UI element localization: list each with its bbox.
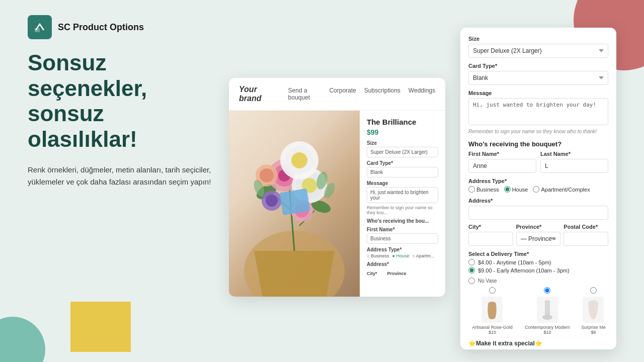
message-label: Message: [468, 90, 608, 96]
logo-icon: [28, 15, 52, 39]
sub-text: Renk örnekleri, düğmeler, metin alanları…: [28, 164, 219, 188]
last-name-input[interactable]: [540, 159, 608, 173]
city-col: City*: [468, 224, 513, 246]
no-vase-label: No Vase: [478, 278, 497, 284]
city-province-row: City* Province: [367, 268, 438, 276]
card-type-label-card: Card Type*: [367, 160, 438, 166]
nav-item-subscriptions: Subscriptions: [364, 87, 400, 101]
message-textarea[interactable]: Hi, just wanted to brighten your day!: [468, 98, 608, 125]
radio-business-input[interactable]: [468, 186, 475, 193]
delivery-option-1: $4.00 - Anytime (10am - 5pm): [468, 259, 608, 265]
address-type-label-card: Address Type*: [367, 247, 438, 252]
extra-title: ⭐Make it extra special⭐: [468, 340, 608, 347]
city-label-card: City*: [367, 271, 377, 276]
product-title: The Brilliance: [367, 118, 438, 126]
no-vase-radio[interactable]: [468, 278, 475, 284]
size-select[interactable]: Super Deluxe (2X Larger): [468, 44, 608, 58]
product-card: Your brand Send a bouquet Corporate Subs…: [229, 78, 445, 297]
postal-label: Postal Code*: [564, 224, 608, 230]
vase-img-1: [481, 297, 503, 323]
vase-item-1: Artisanal Rose-Gold $15: [468, 287, 516, 335]
card-type-select[interactable]: Blank: [468, 71, 608, 85]
postal-input[interactable]: [564, 232, 608, 246]
product-nav: Your brand Send a bouquet Corporate Subs…: [229, 78, 445, 111]
header: SC Product Options: [28, 15, 144, 39]
address-row: City* Province* — Province — Postal Code…: [468, 224, 608, 246]
city-input[interactable]: [468, 232, 513, 246]
delivery-label-1: $4.00 - Anytime (10am - 5pm): [478, 259, 551, 265]
delivery-label-2: $9.00 - Early Afternoon (10am - 3pm): [478, 267, 570, 274]
svg-point-24: [260, 168, 274, 183]
product-info: The Brilliance $99 Size Super Deluxe (2X…: [360, 111, 445, 297]
product-image-area: [229, 111, 360, 297]
hint-card: Remember to sign your name so they kno..…: [367, 205, 438, 215]
receiving-label-card: Who's receiving the bou...: [367, 218, 438, 224]
receiving-title: Who's receiving the bouquet?: [468, 140, 608, 148]
province-col: Province* — Province —: [516, 224, 561, 246]
first-name-value-card: Business: [367, 233, 438, 244]
size-value-card: Super Deluxe (2X Larger): [367, 147, 438, 157]
vase-radio-3-input[interactable]: [590, 287, 597, 294]
vase-item-3: Surprise Me $8: [579, 287, 608, 335]
address-input[interactable]: [468, 206, 608, 220]
province-select[interactable]: — Province —: [516, 232, 561, 246]
nav-items: Send a bouquet Corporate Subscriptions W…: [288, 87, 435, 101]
nav-item-weddings: Weddings: [409, 87, 435, 101]
vase-radio-2[interactable]: [544, 287, 550, 294]
address-label: Address*: [468, 198, 608, 204]
flower-image: [229, 111, 360, 297]
first-name-label: First Name*: [468, 151, 536, 157]
first-name-label-card: First Name*: [367, 227, 438, 232]
logo-text: SC Product Options: [58, 22, 144, 33]
vase-section: No Vase Artisanal Rose-Gold $15: [468, 278, 608, 335]
svg-point-16: [266, 195, 278, 207]
vase-row: Artisanal Rose-Gold $15 Contemporary Mod…: [468, 287, 608, 335]
radio-apartment[interactable]: Apartment/Complex: [533, 186, 590, 193]
message-hint: Remember to sign your name so they know …: [468, 129, 608, 134]
address-label-card: Address*: [367, 261, 438, 267]
delivery-radio-1[interactable]: [468, 259, 475, 265]
vase-name-3: Surprise Me $8: [579, 325, 608, 335]
vase-radio-1[interactable]: [489, 287, 496, 294]
province-label: Province*: [516, 224, 561, 230]
vase-name-1: Artisanal Rose-Gold $15: [468, 325, 516, 335]
last-name-label: Last Name*: [540, 151, 608, 157]
nav-item-send: Send a bouquet: [288, 87, 321, 101]
deco-rect-bottom: [70, 302, 131, 352]
svg-rect-29: [545, 300, 550, 317]
svg-rect-19: [279, 188, 310, 215]
address-type-radio-group: Business House Apartment/Complex: [468, 186, 608, 193]
province-label-card: Province: [387, 271, 407, 276]
first-name-col: First Name*: [468, 151, 536, 173]
card-type-label: Card Type*: [468, 63, 608, 69]
postal-col: Postal Code*: [564, 224, 608, 246]
vase-img-3: [583, 297, 604, 323]
radio-apartment-input[interactable]: [533, 186, 539, 193]
vase-radio-3[interactable]: [590, 287, 597, 294]
radio-business[interactable]: Business: [468, 186, 499, 193]
message-value-card: Hi, just wanted to brighten your: [367, 187, 438, 203]
first-name-input[interactable]: [468, 159, 536, 173]
size-label-card: Size: [367, 140, 438, 146]
delivery-title: Select a Delivery Time*: [468, 251, 608, 257]
svg-point-22: [291, 152, 307, 168]
delivery-radio-2[interactable]: [468, 267, 475, 274]
nav-item-corporate: Corporate: [329, 87, 356, 101]
name-row: First Name* Last Name*: [468, 151, 608, 173]
nav-brand: Your brand: [239, 85, 279, 103]
radio-house-input[interactable]: [504, 186, 511, 193]
card-type-value-card: Blank: [367, 167, 438, 177]
vase-radio-2-input[interactable]: [544, 287, 550, 294]
radio-house[interactable]: House: [504, 186, 528, 193]
address-type-radio-card: ○ Business● House○ Apartm...: [367, 253, 438, 258]
delivery-option-2: $9.00 - Early Afternoon (10am - 3pm): [468, 267, 608, 274]
deco-circle-bottom-left: [0, 317, 45, 362]
city-label: City*: [468, 224, 513, 230]
left-content: Sonsuz seçenekler, sonsuz olasılıklar! R…: [28, 50, 219, 188]
svg-point-30: [542, 315, 552, 320]
vase-name-2: Contemporary Modern $10: [521, 325, 574, 335]
vase-item-2: Contemporary Modern $10: [521, 287, 574, 335]
vase-radio-1-input[interactable]: [489, 287, 496, 294]
vase-img-2: [537, 297, 558, 323]
message-label-card: Message: [367, 180, 438, 186]
